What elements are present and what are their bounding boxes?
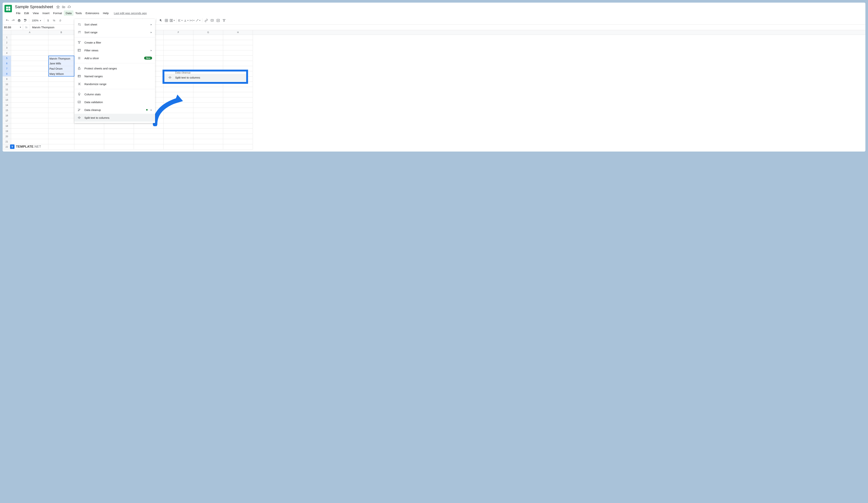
cell-F20[interactable]: [164, 134, 193, 139]
row-header-16[interactable]: 16: [3, 113, 11, 118]
cell-B5[interactable]: Marvin Thompson: [48, 56, 74, 61]
row-header-5[interactable]: 5: [3, 56, 11, 61]
cell-H6[interactable]: [223, 61, 253, 66]
cell-F21[interactable]: [164, 139, 193, 144]
cell-G13[interactable]: [193, 97, 223, 103]
row-header-17[interactable]: 17: [3, 118, 11, 123]
cell-B2[interactable]: [48, 40, 74, 45]
cell-A2[interactable]: [11, 40, 48, 45]
cell-D20[interactable]: [104, 134, 134, 139]
cell-G20[interactable]: [193, 134, 223, 139]
cell-E19[interactable]: [134, 129, 164, 134]
cell-H14[interactable]: [223, 103, 253, 108]
fill-color-button[interactable]: [158, 18, 163, 23]
menu-tools[interactable]: Tools: [73, 10, 84, 16]
cell-B3[interactable]: [48, 45, 74, 50]
chart-button[interactable]: [215, 18, 221, 23]
select-all-corner[interactable]: [3, 30, 11, 34]
cell-A9[interactable]: [11, 77, 48, 82]
cell-B9[interactable]: [48, 77, 74, 82]
row-header-4[interactable]: 4: [3, 50, 11, 56]
cell-H17[interactable]: [223, 118, 253, 123]
cell-G5[interactable]: [193, 56, 223, 61]
cell-C19[interactable]: [74, 129, 104, 134]
merge-button[interactable]: ▼: [169, 18, 175, 23]
cell-G3[interactable]: [193, 45, 223, 50]
cell-F6[interactable]: [164, 61, 193, 66]
col-header-G[interactable]: G: [193, 30, 223, 34]
cell-B10[interactable]: [48, 82, 74, 87]
cell-H21[interactable]: [223, 139, 253, 144]
cell-A15[interactable]: [11, 108, 48, 113]
cell-G11[interactable]: [193, 87, 223, 92]
last-edit-link[interactable]: Last edit was seconds ago: [114, 11, 147, 15]
cell-A12[interactable]: [11, 92, 48, 97]
cell-B11[interactable]: [48, 87, 74, 92]
cell-H19[interactable]: [223, 129, 253, 134]
cell-E20[interactable]: [134, 134, 164, 139]
cell-A1[interactable]: [11, 35, 48, 40]
cell-F3[interactable]: [164, 45, 193, 50]
cell-A21[interactable]: [11, 139, 48, 144]
cell-B19[interactable]: [48, 129, 74, 134]
menu-data[interactable]: Data: [64, 10, 73, 16]
menu-item-validation[interactable]: Data validation: [74, 98, 155, 106]
row-header-6[interactable]: 6: [3, 61, 11, 66]
cell-C21[interactable]: [74, 139, 104, 144]
row-header-2[interactable]: 2: [3, 40, 11, 45]
cloud-icon[interactable]: [68, 5, 71, 9]
valign-button[interactable]: ▼: [184, 18, 189, 23]
cell-F22[interactable]: [164, 144, 193, 150]
cell-B15[interactable]: [48, 108, 74, 113]
cell-A17[interactable]: [11, 118, 48, 123]
menu-file[interactable]: File: [14, 10, 22, 16]
cell-E22[interactable]: [134, 144, 164, 150]
cell-G17[interactable]: [193, 118, 223, 123]
cell-F5[interactable]: [164, 56, 193, 61]
cell-H1[interactable]: [223, 35, 253, 40]
cell-A19[interactable]: [11, 129, 48, 134]
sheets-logo[interactable]: [4, 5, 12, 12]
zoom-selector[interactable]: 100%▼: [30, 19, 43, 22]
row-header-21[interactable]: 21: [3, 139, 11, 144]
row-header-1[interactable]: 1: [3, 35, 11, 40]
percent-button[interactable]: %: [51, 18, 57, 23]
undo-button[interactable]: [4, 18, 10, 23]
cell-G18[interactable]: [193, 123, 223, 129]
borders-button[interactable]: [164, 18, 169, 23]
cell-G1[interactable]: [193, 35, 223, 40]
cell-B17[interactable]: [48, 118, 74, 123]
row-header-7[interactable]: 7: [3, 66, 11, 71]
row-header-18[interactable]: 18: [3, 123, 11, 129]
menu-item-randomize[interactable]: Randomize range: [74, 80, 155, 88]
cell-G16[interactable]: [193, 113, 223, 118]
cell-A7[interactable]: [11, 66, 48, 71]
cell-H16[interactable]: [223, 113, 253, 118]
cell-G22[interactable]: [193, 144, 223, 150]
cell-F4[interactable]: [164, 50, 193, 56]
wrap-button[interactable]: ▼: [189, 18, 195, 23]
cell-B13[interactable]: [48, 97, 74, 103]
cell-B4[interactable]: [48, 50, 74, 56]
cell-G4[interactable]: [193, 50, 223, 56]
menu-extensions[interactable]: Extensions: [84, 10, 101, 16]
menu-item-named-ranges[interactable]: Named ranges: [74, 72, 155, 80]
row-header-12[interactable]: 12: [3, 92, 11, 97]
formula-input[interactable]: Marvin Thompson: [30, 26, 865, 29]
cell-B1[interactable]: [48, 35, 74, 40]
cell-A5[interactable]: [11, 56, 48, 61]
row-header-3[interactable]: 3: [3, 45, 11, 50]
menu-item-lock[interactable]: Protect sheets and ranges: [74, 64, 155, 72]
redo-button[interactable]: [10, 18, 16, 23]
cell-C20[interactable]: [74, 134, 104, 139]
cell-H22[interactable]: [223, 144, 253, 150]
cell-A13[interactable]: [11, 97, 48, 103]
cell-G12[interactable]: [193, 92, 223, 97]
cell-H12[interactable]: [223, 92, 253, 97]
menu-item-slicer[interactable]: Add a slicerNew: [74, 54, 155, 62]
col-header-B[interactable]: B: [48, 30, 74, 34]
menu-item-split[interactable]: Split text to columns: [74, 114, 155, 122]
cell-C22[interactable]: [74, 144, 104, 150]
cell-A6[interactable]: [11, 61, 48, 66]
row-header-11[interactable]: 11: [3, 87, 11, 92]
